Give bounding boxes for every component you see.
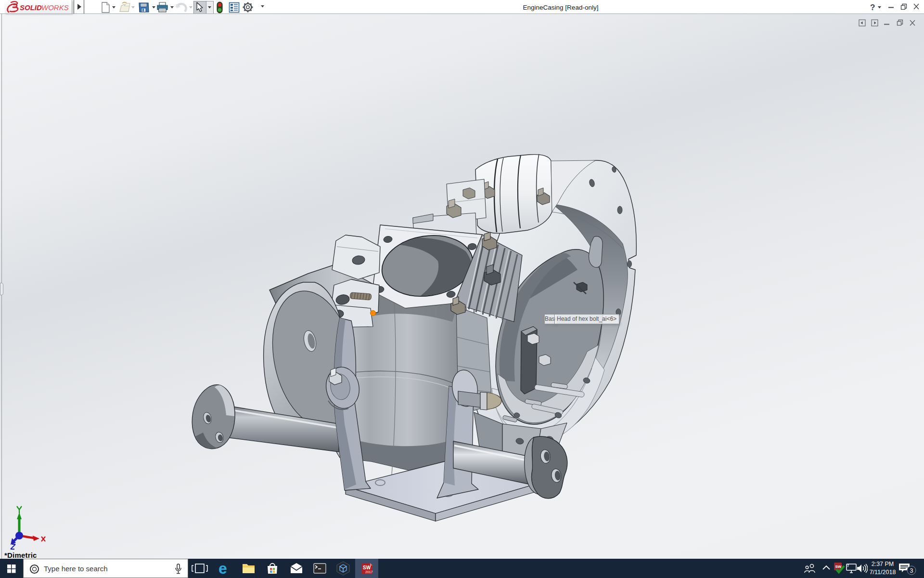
svg-text:SW: SW xyxy=(363,565,371,570)
svg-text:WORKS: WORKS xyxy=(41,3,69,12)
svg-text:2017: 2017 xyxy=(365,570,373,574)
svg-text:e: e xyxy=(218,560,227,577)
svg-text:3: 3 xyxy=(910,567,913,574)
svg-text:SOLID: SOLID xyxy=(20,3,42,12)
svg-text:?: ? xyxy=(870,3,875,12)
svg-text:SW: SW xyxy=(835,565,842,569)
